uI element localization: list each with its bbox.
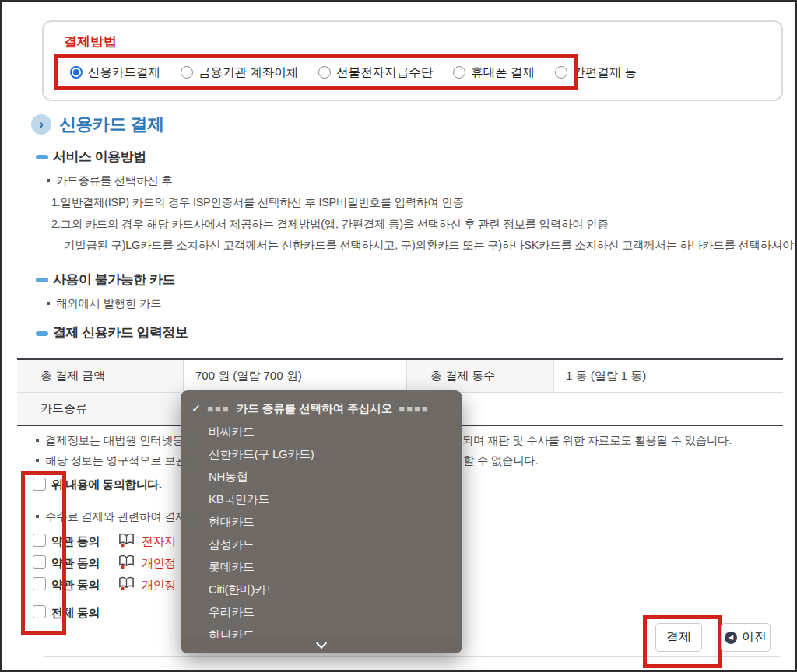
open-book-icon xyxy=(118,533,135,548)
radio-bank-transfer[interactable]: 금융기관 계좌이체 xyxy=(181,65,298,81)
agree-all-checkbox[interactable] xyxy=(33,605,46,618)
usage-heading: 서비스 이용방법 xyxy=(53,148,146,166)
radio-label: 금융기관 계좌이체 xyxy=(198,65,298,81)
notice-line2-right: 할 수 없습니다. xyxy=(463,453,538,468)
pay-button[interactable]: 결제 xyxy=(655,623,702,652)
dash-bullet-icon xyxy=(36,331,48,336)
dash-bullet-icon xyxy=(36,155,48,159)
notice-line1-left: 결제정보는 대법원 인터넷등기 xyxy=(45,433,195,448)
dropdown-item-bc[interactable]: 비씨카드 xyxy=(181,420,462,443)
terms-label: 약관 동의 xyxy=(51,578,100,593)
agree-all-label: 전체 동의 xyxy=(51,606,100,621)
radio-icon[interactable] xyxy=(181,66,193,79)
square-bullet-icon xyxy=(36,439,39,442)
open-book-icon xyxy=(118,576,135,591)
square-bullet-icon xyxy=(47,179,50,182)
usage-intro: 카드종류를 선택하신 후 xyxy=(56,173,172,188)
payment-method-title: 결제방법 xyxy=(64,33,117,51)
radio-label: 선불전자지급수단 xyxy=(336,65,433,81)
radio-icon[interactable] xyxy=(555,66,567,79)
dropdown-scroll-down[interactable] xyxy=(181,638,462,653)
section-title: 신용카드 결제 xyxy=(59,113,164,136)
unusable-heading: 사용이 불가능한 카드 xyxy=(53,271,175,289)
dropdown-item-nh[interactable]: NH농협 xyxy=(181,465,462,488)
count-value-cell: 1 통 (열람 1 통) xyxy=(554,360,783,392)
page-frame: 결제방법 신용카드결제 금융기관 계좌이체 선불전자지급수단 휴대폰 결제 간편… xyxy=(0,0,797,672)
radio-label: 휴대폰 결제 xyxy=(471,65,535,81)
previous-button[interactable]: ◀ 이전 xyxy=(721,623,771,652)
table-row: 총 결제 금액 700 원 (열람 700 원) 총 결제 통수 1 통 (열람… xyxy=(17,360,783,393)
payment-method-options: 신용카드결제 금융기관 계좌이체 선불전자지급수단 휴대폰 결제 간편결제 등 xyxy=(70,54,637,90)
radio-label: 신용카드결제 xyxy=(88,65,160,81)
terms-checkbox-3[interactable] xyxy=(33,577,46,590)
radio-icon[interactable] xyxy=(318,66,331,79)
radio-selected-icon[interactable] xyxy=(70,66,83,79)
previous-button-label: 이전 xyxy=(742,629,767,646)
dropdown-item-lotte[interactable]: 롯데카드 xyxy=(181,555,462,578)
radio-label: 간편결제 등 xyxy=(573,65,637,81)
radio-prepaid[interactable]: 선불전자지급수단 xyxy=(318,65,433,81)
terms-link-3[interactable]: 개인정 xyxy=(142,578,176,593)
square-bullet-icon xyxy=(47,302,50,305)
dropdown-item-hyundai[interactable]: 현대카드 xyxy=(181,510,462,533)
agree-main-label: 위 내용에 동의합니다. xyxy=(51,478,162,492)
usage-step-2: 2.그외 카드의 경우 해당 카드사에서 제공하는 결제방법(앱, 간편결제 등… xyxy=(51,217,608,232)
square-bullet-icon xyxy=(36,459,39,462)
terms-checkbox-2[interactable] xyxy=(33,555,46,569)
radio-credit-card[interactable]: 신용카드결제 xyxy=(70,65,160,81)
usage-step-1: 1.일반결제(ISP) 카드의 경우 ISP인증서를 선택하신 후 ISP비밀번… xyxy=(51,195,464,210)
fee-notice: 수수료 결제와 관련하여 결제대 xyxy=(45,509,198,524)
dropdown-item-kb[interactable]: KB국민카드 xyxy=(181,488,462,510)
dropdown-item-shinhan[interactable]: 신한카드(구 LG카드) xyxy=(181,443,462,465)
dropdown-selected-text: 카드 종류를 선택하여 주십시오 xyxy=(237,401,393,416)
usage-note: 기발급된 구)LG카드를 소지하신 고객께서는 신한카드를 선택하시고, 구)외… xyxy=(64,238,797,253)
terms-link-1[interactable]: 전자지 xyxy=(142,534,176,549)
square-bullet-icon xyxy=(36,515,39,518)
dropdown-selected-option[interactable]: ✓ ■■■ 카드 종류를 선택하여 주십시오 ■■■■ xyxy=(181,397,462,420)
dash-bullet-icon xyxy=(36,278,48,282)
terms-checkbox-1[interactable] xyxy=(33,534,46,547)
card-input-heading: 결제 신용카드 입력정보 xyxy=(53,324,188,341)
unusable-item: 해외에서 발행한 카드 xyxy=(56,296,161,311)
radio-icon[interactable] xyxy=(453,66,465,79)
agree-main-checkbox[interactable] xyxy=(33,478,46,491)
amount-label-cell: 총 결제 금액 xyxy=(17,360,184,392)
amount-value-cell: 700 원 (열람 700 원) xyxy=(184,360,407,392)
count-label-cell: 총 결제 통수 xyxy=(407,360,554,392)
pay-button-label: 결제 xyxy=(666,629,691,646)
checkmark-icon: ✓ xyxy=(191,402,201,415)
notice-line1-right: 되며 재판 및 수사를 위한 자료로도 활용될 수 있습니다. xyxy=(462,433,732,448)
chevron-right-circle-icon: › xyxy=(31,114,51,135)
chevron-down-icon xyxy=(316,638,327,649)
terms-link-2[interactable]: 개인정 xyxy=(142,556,176,571)
dropdown-item-samsung[interactable]: 삼성카드 xyxy=(181,533,462,555)
placeholder-squares: ■■■■ xyxy=(398,403,429,415)
radio-easy-pay[interactable]: 간편결제 등 xyxy=(555,65,637,81)
terms-label: 약관 동의 xyxy=(51,556,100,571)
dropdown-item-woori[interactable]: 우리카드 xyxy=(181,600,462,623)
open-book-icon xyxy=(118,555,135,569)
dropdown-item-citi[interactable]: Citi(한미)카드 xyxy=(181,578,462,600)
terms-label: 약관 동의 xyxy=(51,534,100,549)
arrow-left-circle-icon: ◀ xyxy=(725,632,737,644)
placeholder-squares: ■■■ xyxy=(207,403,230,415)
content-bottom-border xyxy=(44,656,780,657)
radio-mobile[interactable]: 휴대폰 결제 xyxy=(453,65,535,81)
card-type-label-cell: 카드종류 xyxy=(17,393,184,425)
card-type-dropdown: ✓ ■■■ 카드 종류를 선택하여 주십시오 ■■■■ 비씨카드 신한카드(구 … xyxy=(181,390,462,653)
notice-line2-left: 해당 정보는 영구적으로 보관되 xyxy=(45,453,198,468)
